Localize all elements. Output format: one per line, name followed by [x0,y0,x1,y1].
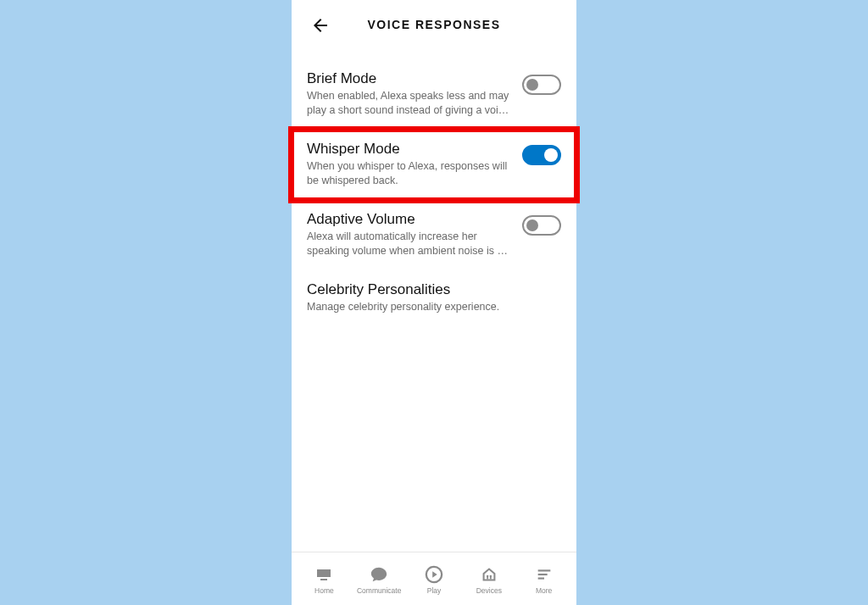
home-icon [314,564,334,585]
arrow-left-icon [310,15,331,36]
nav-label: Home [314,586,334,595]
toggle-knob [526,79,538,91]
toggle-knob [526,219,538,231]
nav-label: Devices [476,586,502,595]
nav-communicate[interactable]: Communicate [352,564,407,595]
play-icon [424,564,444,585]
setting-desc: Alexa will automatically increase her sp… [307,230,512,258]
back-button[interactable] [310,15,331,36]
nav-label: More [536,586,552,595]
toggle-adaptive-volume[interactable] [522,215,561,236]
bottom-nav: Home Communicate Play Devices [292,552,576,605]
setting-title: Celebrity Personalities [307,280,551,298]
toggle-knob [544,148,558,162]
setting-text: Celebrity Personalities Manage celebrity… [307,280,561,314]
setting-text: Whisper Mode When you whisper to Alexa, … [307,140,522,188]
toggle-whisper-mode[interactable] [522,145,561,165]
nav-label: Communicate [357,586,401,595]
chat-icon [369,564,389,585]
setting-text: Brief Mode When enabled, Alexa speaks le… [307,69,522,118]
setting-title: Brief Mode [307,69,512,87]
settings-list: Brief Mode When enabled, Alexa speaks le… [292,49,576,552]
setting-title: Whisper Mode [307,140,512,158]
nav-devices[interactable]: Devices [461,564,516,595]
phone-frame: VOICE RESPONSES Brief Mode When enabled,… [292,0,576,605]
nav-label: Play [427,586,442,595]
setting-row-celebrity-personalities[interactable]: Celebrity Personalities Manage celebrity… [292,270,576,326]
toggle-brief-mode[interactable] [522,75,561,95]
setting-row-brief-mode[interactable]: Brief Mode When enabled, Alexa speaks le… [292,59,576,130]
setting-desc: Manage celebrity personality experience. [307,300,551,314]
setting-title: Adaptive Volume [307,210,512,228]
nav-play[interactable]: Play [407,564,462,595]
setting-row-whisper-mode[interactable]: Whisper Mode When you whisper to Alexa, … [292,130,576,200]
svg-rect-0 [320,579,327,580]
page-title: VOICE RESPONSES [292,18,576,31]
header-bar: VOICE RESPONSES [292,0,576,49]
nav-more[interactable]: More [516,564,571,595]
setting-desc: When enabled, Alexa speaks less and may … [307,89,512,118]
setting-row-adaptive-volume[interactable]: Adaptive Volume Alexa will automatically… [292,200,576,270]
setting-text: Adaptive Volume Alexa will automatically… [307,210,522,258]
setting-desc: When you whisper to Alexa, responses wil… [307,159,512,188]
devices-icon [479,564,499,585]
nav-home[interactable]: Home [297,564,352,595]
more-icon [534,564,554,585]
